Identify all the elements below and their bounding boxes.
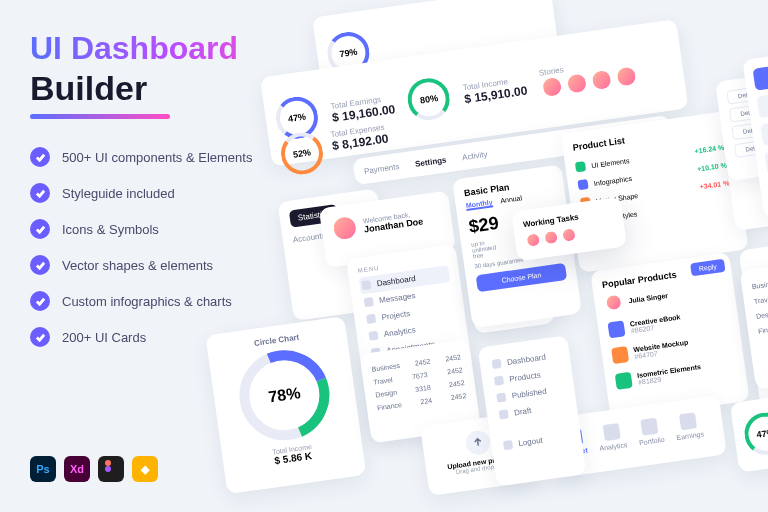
avatar[interactable] (524, 231, 542, 249)
product-icon (615, 372, 633, 390)
avatar[interactable] (564, 71, 589, 96)
feature-item: 500+ UI components & Elements (62, 150, 252, 165)
sketch-icon: ◆ (132, 456, 158, 482)
hero-title-1: UI Dashboard (30, 30, 310, 67)
photoshop-icon: Ps (30, 456, 56, 482)
grid-icon (492, 359, 502, 369)
check-icon (496, 392, 506, 402)
tab-earnings[interactable]: Earnings (673, 411, 705, 450)
popular-products-card: Popular Products Reply Julia Singer Crea… (590, 252, 750, 420)
check-icon (30, 291, 50, 311)
check-icon (30, 183, 50, 203)
grid-icon (361, 280, 371, 290)
draft-icon (499, 409, 509, 419)
feature-list: 500+ UI components & Elements Styleguide… (30, 147, 310, 347)
avatar[interactable] (539, 74, 564, 99)
product-icon (607, 320, 625, 338)
upload-icon (464, 429, 491, 456)
check-icon (30, 255, 50, 275)
tab-analytics[interactable]: Analytics (596, 422, 629, 462)
donut-80: 80% (405, 75, 452, 122)
check-icon (30, 219, 50, 239)
folder-icon (366, 314, 376, 324)
status-dot (575, 161, 586, 172)
nav-logout[interactable]: Logout (500, 428, 572, 455)
avatar (604, 292, 624, 312)
plan-annual[interactable]: Annual (500, 194, 523, 206)
tab-payments[interactable]: Payments (363, 162, 399, 176)
chart-title: Circle Chart (750, 242, 768, 268)
rail-icon[interactable] (756, 94, 768, 119)
check-icon (30, 327, 50, 347)
avatar[interactable] (560, 226, 578, 244)
hero-title-2: Builder (30, 69, 310, 108)
feature-item: 200+ UI Cards (62, 330, 146, 345)
nav-sidebar-2: Dashboard Products Published Draft Logou… (478, 335, 587, 486)
rail-icon[interactable] (764, 149, 768, 174)
expenses-stat: Total Expenses$ 8,192.00 (330, 122, 389, 153)
user-avatar[interactable] (330, 214, 359, 243)
income-stat: Total Income$ 15,910.00 (462, 74, 528, 106)
avatar[interactable] (614, 64, 639, 89)
earnings-stat: Total Earnings$ 19,160.00 (330, 93, 396, 125)
chart-icon (368, 331, 378, 341)
figma-icon (98, 456, 124, 482)
portfolio-icon (641, 418, 659, 436)
cat-item[interactable]: Business (751, 272, 768, 294)
status-dot (577, 179, 588, 190)
box-icon (494, 376, 504, 386)
feature-item: Styleguide included (62, 186, 175, 201)
check-icon (30, 147, 50, 167)
hero-underline (30, 114, 170, 119)
tab-settings[interactable]: Settings (414, 155, 447, 168)
avatar[interactable] (589, 67, 614, 92)
stories-stat: Stories (538, 55, 638, 99)
tab-portfolio[interactable]: Portfolio (636, 417, 666, 456)
product-icon (611, 346, 629, 364)
rail-icon[interactable] (760, 121, 768, 146)
analytics-icon (602, 423, 620, 441)
tab-activity[interactable]: Activity (462, 149, 488, 161)
hero-panel: UI Dashboard Builder 500+ UI components … (30, 30, 310, 363)
feature-item: Vector shapes & elements (62, 258, 213, 273)
logout-icon (503, 440, 513, 450)
plan-monthly[interactable]: Monthly (465, 198, 493, 211)
donut-47-b: 47% (742, 410, 768, 457)
rail-icon[interactable] (753, 66, 768, 91)
avatar[interactable] (542, 229, 560, 247)
message-icon (364, 297, 374, 307)
feature-item: Icons & Symbols (62, 222, 159, 237)
xd-icon: Xd (64, 456, 90, 482)
feature-item: Custom infographics & charts (62, 294, 232, 309)
app-badges: Ps Xd ◆ (30, 456, 158, 482)
earnings-icon (679, 412, 697, 430)
